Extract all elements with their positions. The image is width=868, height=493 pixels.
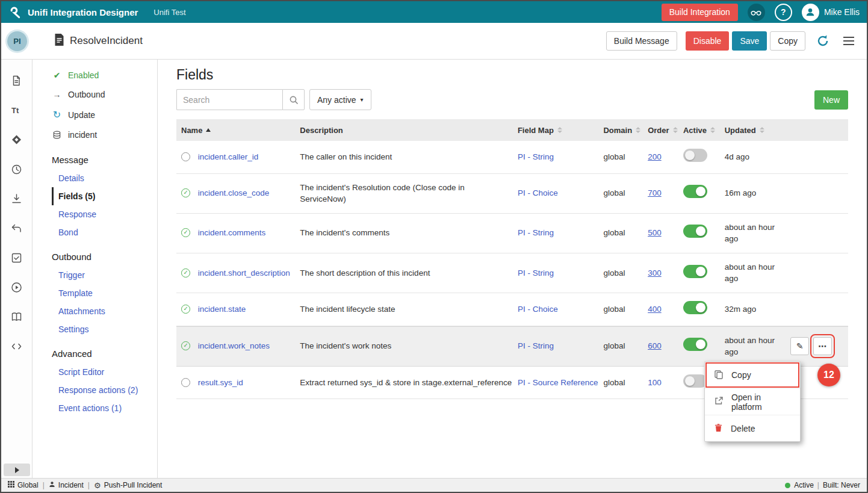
docs-book-icon[interactable] — [10, 310, 24, 323]
chevron-down-icon: ▾ — [361, 96, 364, 103]
field-order-link[interactable]: 100 — [648, 378, 662, 387]
active-toggle[interactable] — [683, 265, 707, 278]
menu-item-open-in-platform[interactable]: Open in platform — [705, 388, 800, 415]
field-map-link[interactable]: PI - Choice — [518, 188, 558, 197]
field-map-link[interactable]: PI - String — [518, 268, 554, 278]
nav-link[interactable]: Settings — [52, 320, 157, 338]
table-row[interactable]: incident.work_notes The incident's work … — [176, 326, 848, 367]
history-icon[interactable] — [10, 163, 24, 176]
menu-item-delete[interactable]: Delete — [705, 415, 800, 441]
menu-item-copy[interactable]: Copy — [705, 362, 800, 388]
nav-link[interactable]: Bond — [52, 223, 157, 241]
column-field-map[interactable]: Field Map — [518, 126, 603, 135]
build-message-button[interactable]: Build Message — [606, 31, 677, 51]
field-map-icon[interactable] — [10, 133, 24, 146]
field-map-link[interactable]: PI - String — [518, 228, 554, 237]
column-description[interactable]: Description — [300, 126, 518, 135]
nav-section-header: Message — [33, 144, 157, 169]
sort-icon — [760, 127, 764, 133]
save-button[interactable]: Save — [732, 31, 767, 51]
column-name[interactable]: Name — [176, 126, 300, 135]
code-icon[interactable] — [10, 340, 24, 353]
active-filter-dropdown[interactable]: Any active ▾ — [309, 89, 371, 110]
active-toggle[interactable] — [683, 185, 707, 198]
glasses-icon[interactable] — [748, 4, 765, 21]
undo-icon[interactable] — [10, 222, 24, 235]
sync-icon: ↻ — [52, 109, 62, 120]
column-updated[interactable]: Updated — [725, 126, 791, 135]
refresh-icon[interactable] — [814, 32, 832, 50]
field-name-link[interactable]: incident.short_description — [198, 268, 290, 278]
nav-link[interactable]: Event actions (1) — [52, 399, 157, 417]
nav-link[interactable]: Trigger — [52, 266, 157, 284]
field-order-link[interactable]: 700 — [648, 188, 662, 197]
column-domain[interactable]: Domain — [603, 126, 648, 135]
field-name-link[interactable]: result.sys_id — [198, 378, 243, 387]
field-name-link[interactable]: incident.comments — [198, 228, 266, 237]
column-active[interactable]: Active — [683, 126, 725, 135]
more-actions-button[interactable]: ⋯ — [813, 337, 832, 355]
statusbar-process[interactable]: ⚙ Push-Pull Incident — [94, 481, 162, 489]
active-toggle[interactable] — [683, 338, 707, 351]
nav-link[interactable]: Response — [52, 205, 157, 223]
nav-incident-table[interactable]: incident — [33, 125, 157, 144]
field-name-link[interactable]: incident.work_notes — [198, 341, 270, 350]
nav-link[interactable]: Response actions (2) — [52, 381, 157, 399]
new-field-button[interactable]: New — [814, 90, 848, 110]
active-toggle[interactable] — [683, 301, 707, 314]
tasks-icon[interactable] — [10, 251, 24, 264]
field-order-link[interactable]: 600 — [648, 341, 662, 350]
nav-outbound-direction[interactable]: → Outbound — [33, 85, 157, 104]
edit-field-button[interactable]: ✎ — [790, 337, 809, 355]
play-icon[interactable] — [10, 281, 24, 294]
nav-update-type[interactable]: ↻ Update — [33, 104, 157, 125]
copy-button[interactable]: Copy — [770, 31, 805, 51]
statusbar-global[interactable]: Global — [8, 481, 39, 489]
workspace-name[interactable]: Unifi Test — [153, 8, 185, 17]
active-toggle[interactable] — [683, 149, 707, 162]
field-order-link[interactable]: 200 — [648, 152, 662, 161]
active-check-icon — [181, 341, 190, 350]
active-toggle[interactable] — [683, 225, 707, 238]
field-order-link[interactable]: 400 — [648, 305, 662, 314]
file-icon[interactable] — [10, 74, 24, 87]
field-name-link[interactable]: incident.state — [198, 305, 246, 314]
nav-link[interactable]: Fields (5) — [52, 187, 157, 205]
search-button[interactable] — [282, 89, 305, 110]
field-name-link[interactable]: incident.caller_id — [198, 152, 259, 161]
column-order[interactable]: Order — [648, 126, 683, 135]
table-row[interactable]: incident.caller_id The caller on this in… — [176, 141, 848, 174]
user-menu[interactable]: Mike Ellis — [802, 4, 860, 21]
field-map-link[interactable]: PI - Choice — [518, 305, 558, 314]
build-integration-button[interactable]: Build Integration — [662, 4, 738, 21]
nav-link[interactable]: Attachments — [52, 302, 157, 320]
built-status-label: Built: Never — [823, 481, 860, 489]
table-header: Name Description Field Map Domain Order … — [176, 119, 848, 141]
hamburger-menu-icon[interactable] — [840, 34, 857, 48]
grid-icon — [8, 481, 14, 489]
nav-link[interactable]: Template — [52, 284, 157, 302]
statusbar-incident[interactable]: Incident — [49, 481, 84, 489]
table-row[interactable]: incident.comments The incident's comment… — [176, 214, 848, 253]
disable-button[interactable]: Disable — [686, 31, 730, 51]
field-order-link[interactable]: 500 — [648, 228, 662, 237]
active-toggle[interactable] — [683, 374, 707, 388]
nav-link[interactable]: Script Editor — [52, 363, 157, 381]
text-fields-icon[interactable]: Tt — [10, 104, 24, 117]
nav-link[interactable]: Details — [52, 169, 157, 187]
field-name-link[interactable]: incident.close_code — [198, 188, 270, 197]
download-icon[interactable] — [10, 192, 24, 205]
active-check-icon — [181, 188, 190, 197]
help-icon[interactable]: ? — [775, 4, 792, 21]
field-map-link[interactable]: PI - Source Reference — [518, 378, 598, 387]
table-row[interactable]: incident.state The incident lifecycle st… — [176, 293, 848, 326]
expand-sidebar-button[interactable] — [4, 464, 30, 476]
field-map-link[interactable]: PI - String — [518, 152, 554, 161]
field-order-link[interactable]: 300 — [648, 268, 662, 278]
process-avatar[interactable]: PI — [7, 31, 27, 51]
table-row[interactable]: incident.close_code The incident's Resol… — [176, 174, 848, 214]
search-input[interactable] — [176, 89, 282, 110]
nav-enabled-status[interactable]: ✔ Enabled — [33, 66, 157, 85]
table-row[interactable]: incident.short_description The short des… — [176, 253, 848, 293]
field-map-link[interactable]: PI - String — [518, 341, 554, 350]
